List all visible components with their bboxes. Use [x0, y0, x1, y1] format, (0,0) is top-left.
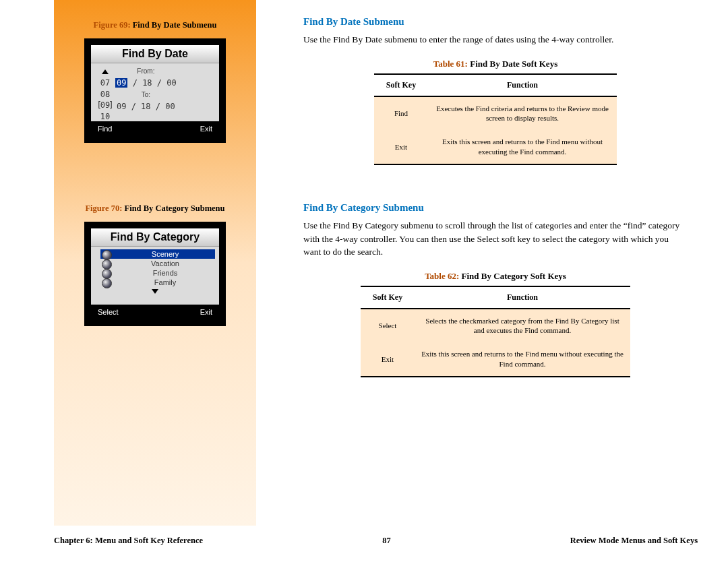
- screen-body: Scenery Vacation Friends Family: [91, 247, 219, 298]
- softkey-exit[interactable]: Exit: [200, 308, 212, 316]
- to-label: To:: [115, 90, 177, 100]
- cell-func: Executes the Find criteria and returns t…: [428, 96, 617, 131]
- arrow-down-icon: [152, 287, 158, 295]
- section-body-1: Use the Find By Date submenu to enter th…: [303, 33, 688, 46]
- table-row: Find Executes the Find criteria and retu…: [374, 96, 617, 131]
- figure-69-caption: Figure 69: Find By Date Submenu: [54, 20, 256, 30]
- screen-title: Find By Date: [91, 45, 219, 63]
- table-row: Exit Exits this screen and returns to th…: [361, 342, 630, 377]
- cell-key: Exit: [361, 342, 415, 377]
- footer-right: Review Mode Menus and Soft Keys: [570, 536, 698, 546]
- figure-title: Find By Date Submenu: [133, 20, 217, 30]
- table-number: Table 61:: [433, 59, 468, 69]
- screen-find-by-date: Find By Date 07 08 09 10 From: 09 / 18 /…: [84, 38, 226, 143]
- cell-key: Exit: [374, 130, 428, 164]
- footer-left: Chapter 6: Menu and Soft Key Reference: [54, 536, 203, 546]
- softkey-select[interactable]: Select: [98, 308, 119, 316]
- page-number: 87: [382, 536, 391, 546]
- softkey-exit[interactable]: Exit: [200, 125, 212, 133]
- row-num-selected: 09: [95, 100, 115, 111]
- table-61-caption: Table 61: Find By Date Soft Keys: [303, 59, 688, 69]
- softkey-bar: Select Exit: [91, 305, 219, 319]
- figure-number: Figure 70:: [85, 204, 122, 213]
- arrow-up-icon: [102, 67, 109, 76]
- screen-body: 07 08 09 10 From: 09 / 18 / 00 To: 09 / …: [91, 63, 219, 121]
- table-title: Find By Date Soft Keys: [470, 59, 557, 69]
- table-62: Soft Key Function Select Selects the che…: [361, 286, 630, 377]
- cell-func: Exits this screen and returns to the Fin…: [415, 342, 630, 377]
- col-function: Function: [428, 74, 617, 96]
- col-softkey: Soft Key: [361, 286, 415, 309]
- figure-69: Figure 69: Find By Date Submenu Find By …: [54, 20, 256, 143]
- table-title: Find By Category Soft Keys: [462, 271, 566, 281]
- date-fields: From: 09 / 18 / 00 To: 09 / 18 / 00: [115, 66, 177, 121]
- section-body-2: Use the Find By Category submenu to scro…: [303, 219, 688, 259]
- col-function: Function: [415, 286, 630, 309]
- row-num: 07: [95, 77, 115, 89]
- category-item-selected[interactable]: Scenery: [100, 249, 215, 259]
- row-numbers: 07 08 09 10: [95, 66, 115, 121]
- row-num: 10: [95, 111, 115, 121]
- category-item[interactable]: Family: [100, 278, 215, 287]
- cell-key: Find: [374, 96, 428, 131]
- softkey-find[interactable]: Find: [98, 125, 112, 133]
- category-list: Scenery Vacation Friends Family: [95, 249, 215, 287]
- softkey-bar: Find Exit: [91, 121, 219, 136]
- table-61: Soft Key Function Find Executes the Find…: [374, 73, 617, 165]
- row-num: 08: [95, 89, 115, 100]
- figure-title: Find By Category Submenu: [125, 204, 225, 213]
- cell-func: Exits this screen and returns to the Fin…: [428, 130, 617, 164]
- col-softkey: Soft Key: [374, 74, 428, 96]
- section-heading-2: Find By Category Submenu: [303, 202, 688, 214]
- section-heading-1: Find By Date Submenu: [303, 16, 688, 28]
- table-row: Exit Exits this screen and returns to th…: [374, 130, 617, 164]
- cell-key: Select: [361, 309, 415, 343]
- table-row: Select Selects the checkmarked category …: [361, 309, 630, 343]
- figure-70-caption: Figure 70: Find By Category Submenu: [54, 204, 256, 214]
- cell-func: Selects the checkmarked category from th…: [415, 309, 630, 343]
- from-date-highlight: 09: [115, 78, 127, 88]
- table-number: Table 62:: [425, 271, 459, 281]
- main-content: Find By Date Submenu Use the Find By Dat…: [303, 16, 688, 398]
- figure-number: Figure 69:: [94, 20, 131, 30]
- figure-70: Figure 70: Find By Category Submenu Find…: [54, 204, 256, 326]
- sidebar: Figure 69: Find By Date Submenu Find By …: [54, 0, 256, 526]
- table-62-caption: Table 62: Find By Category Soft Keys: [303, 271, 688, 282]
- category-item[interactable]: Vacation: [100, 259, 215, 268]
- to-date: 09 / 18 / 00: [115, 100, 177, 113]
- from-date-rest: / 18 / 00: [127, 78, 176, 88]
- screen-title: Find By Category: [91, 228, 219, 247]
- from-label: From:: [115, 66, 177, 77]
- page-footer: Chapter 6: Menu and Soft Key Reference 8…: [54, 536, 698, 546]
- screen-find-by-category: Find By Category Scenery Vacation Friend…: [84, 222, 226, 326]
- category-item[interactable]: Friends: [100, 268, 215, 278]
